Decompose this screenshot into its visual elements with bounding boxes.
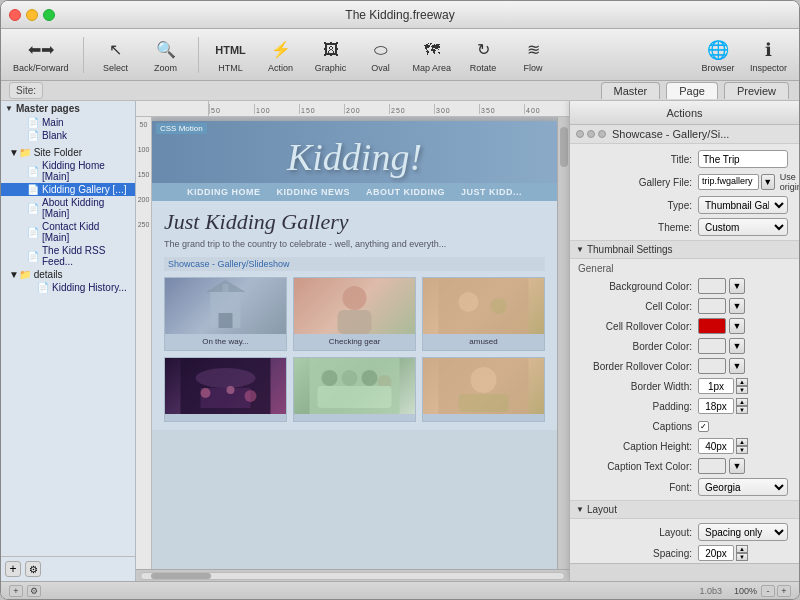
sidebar-section-master-pages[interactable]: ▼ Master pages xyxy=(1,101,135,116)
theme-label: Theme: xyxy=(578,222,698,233)
maximize-button[interactable] xyxy=(43,9,55,21)
flow-button[interactable]: ≋ Flow xyxy=(511,34,555,76)
browser-button[interactable]: 🌐 Browser xyxy=(696,34,740,76)
captions-checkbox[interactable]: ✓ xyxy=(698,421,709,432)
sidebar-folder-site[interactable]: ▼ 📁 Site Folder xyxy=(1,146,135,159)
sidebar-item-home[interactable]: 📄 Kidding Home [Main] xyxy=(1,159,135,183)
thumb-3[interactable]: amused xyxy=(422,277,545,351)
layout-select[interactable]: Spacing only xyxy=(698,523,788,541)
caption-height-down[interactable]: ▼ xyxy=(736,446,748,454)
sidebar-item-about[interactable]: 📄 About Kidding [Main] xyxy=(1,196,135,220)
border-rollover-btn[interactable]: ▼ xyxy=(729,358,745,374)
sidebar-item-contact[interactable]: 📄 Contact Kidd [Main] xyxy=(1,220,135,244)
settings-button[interactable]: ⚙ xyxy=(25,561,41,577)
back-forward-button[interactable]: ⬅➡ Back/Forward xyxy=(9,34,73,76)
padding-input[interactable] xyxy=(698,398,734,414)
thumb-1[interactable]: On the way... xyxy=(164,277,287,351)
gallery-file-row: Gallery File: trip.fwgallery ▼ Use origi… xyxy=(570,170,799,194)
font-select[interactable]: Georgia xyxy=(698,478,788,496)
bg-color-box[interactable] xyxy=(698,278,726,294)
spacing-up[interactable]: ▲ xyxy=(736,545,748,553)
nav-item-just: JUST KIDD... xyxy=(461,187,522,197)
border-rollover-box[interactable] xyxy=(698,358,726,374)
sidebar-item-gallery[interactable]: 📄 Kidding Gallery [...] xyxy=(1,183,135,196)
zoom-in-button[interactable]: + xyxy=(777,585,791,597)
add-item-button[interactable]: + xyxy=(9,585,23,597)
border-width-input[interactable] xyxy=(698,378,734,394)
caption-height-input[interactable] xyxy=(698,438,734,454)
map-area-button[interactable]: 🗺 Map Area xyxy=(409,34,456,76)
caption-height-up[interactable]: ▲ xyxy=(736,438,748,446)
sidebar-item-blank[interactable]: 📄 Blank xyxy=(1,129,135,142)
gallery-file-input[interactable]: trip.fwgallery xyxy=(698,174,759,190)
oval-button[interactable]: ⬭ Oval xyxy=(359,34,403,76)
svg-point-7 xyxy=(459,292,479,312)
status-bar: + ⚙ 1.0b3 100% - + xyxy=(1,581,799,599)
border-color-swatch: ▼ xyxy=(698,338,745,354)
padding-down[interactable]: ▼ xyxy=(736,406,748,414)
bg-color-btn[interactable]: ▼ xyxy=(729,278,745,294)
map-area-icon: 🗺 xyxy=(419,37,445,63)
zoom-button[interactable]: 🔍 Zoom xyxy=(144,34,188,76)
border-width-down[interactable]: ▼ xyxy=(736,386,748,394)
select-button[interactable]: ↖ Select xyxy=(94,34,138,76)
status-settings-button[interactable]: ⚙ xyxy=(27,585,41,597)
site-label: Site: xyxy=(9,82,43,99)
caption-text-btn[interactable]: ▼ xyxy=(729,458,745,474)
html-button[interactable]: HTML HTML xyxy=(209,34,253,76)
caption-text-box[interactable] xyxy=(698,458,726,474)
title-label: Title: xyxy=(578,154,698,165)
cell-rollover-box[interactable] xyxy=(698,318,726,334)
title-input[interactable] xyxy=(698,150,788,168)
horizontal-scrollbar[interactable] xyxy=(136,569,569,581)
border-color-label: Border Color: xyxy=(578,341,698,352)
actions-scroll-area[interactable]: Title: Gallery File: trip.fwgallery ▼ Us… xyxy=(570,144,799,563)
cell-color-box[interactable] xyxy=(698,298,726,314)
spacing-input[interactable] xyxy=(698,545,734,561)
scroll-thumb-h[interactable] xyxy=(151,573,211,579)
sidebar-item-rss[interactable]: 📄 The Kidd RSS Feed... xyxy=(1,244,135,268)
thumb-img-6 xyxy=(423,358,544,414)
graphic-button[interactable]: 🖼 Graphic xyxy=(309,34,353,76)
cell-rollover-btn[interactable]: ▼ xyxy=(729,318,745,334)
window-title: The Kidding.freeway xyxy=(345,8,454,22)
svg-point-10 xyxy=(196,368,256,388)
ruler-tick: 100 xyxy=(254,104,299,114)
thumb-5[interactable] xyxy=(293,357,416,422)
sidebar-item-main[interactable]: 📄 Main xyxy=(1,116,135,129)
spacing-down[interactable]: ▼ xyxy=(736,553,748,561)
zoom-out-button[interactable]: - xyxy=(761,585,775,597)
minimize-button[interactable] xyxy=(26,9,38,21)
thumb-2[interactable]: Checking gear xyxy=(293,277,416,351)
type-select[interactable]: Thumbnail Gallery xyxy=(698,196,788,214)
cell-color-btn[interactable]: ▼ xyxy=(729,298,745,314)
layout-section-header[interactable]: ▼ Layout xyxy=(570,500,799,519)
tab-preview[interactable]: Preview xyxy=(724,82,789,99)
close-button[interactable] xyxy=(9,9,21,21)
tab-master[interactable]: Master xyxy=(601,82,661,99)
border-color-btn[interactable]: ▼ xyxy=(729,338,745,354)
cell-rollover-swatch: ▼ xyxy=(698,318,745,334)
canvas[interactable]: Kidding! CSS Motion KIDDING HOME KIDDING… xyxy=(152,117,557,569)
padding-up[interactable]: ▲ xyxy=(736,398,748,406)
inspector-button[interactable]: ℹ Inspector xyxy=(746,34,791,76)
thumb-4[interactable] xyxy=(164,357,287,422)
add-page-button[interactable]: + xyxy=(5,561,21,577)
gallery-file-browse[interactable]: ▼ xyxy=(761,174,775,190)
scroll-thumb[interactable] xyxy=(560,127,568,167)
border-color-box[interactable] xyxy=(698,338,726,354)
ruler-tick: 200 xyxy=(344,104,389,114)
thumbnail-settings-header[interactable]: ▼ Thumbnail Settings xyxy=(570,240,799,259)
cell-color-label: Cell Color: xyxy=(578,301,698,312)
rotate-button[interactable]: ↻ Rotate xyxy=(461,34,505,76)
theme-select[interactable]: Custom xyxy=(698,218,788,236)
border-width-up[interactable]: ▲ xyxy=(736,378,748,386)
sidebar-item-history[interactable]: 📄 Kidding History... xyxy=(1,281,135,294)
action-icon: ⚡ xyxy=(268,37,294,63)
tab-page[interactable]: Page xyxy=(666,82,718,99)
svg-point-14 xyxy=(245,390,257,402)
thumb-6[interactable] xyxy=(422,357,545,422)
sidebar-folder-details[interactable]: ▼ 📁 details xyxy=(1,268,135,281)
action-button[interactable]: ⚡ Action xyxy=(259,34,303,76)
vertical-scrollbar[interactable] xyxy=(557,117,569,569)
